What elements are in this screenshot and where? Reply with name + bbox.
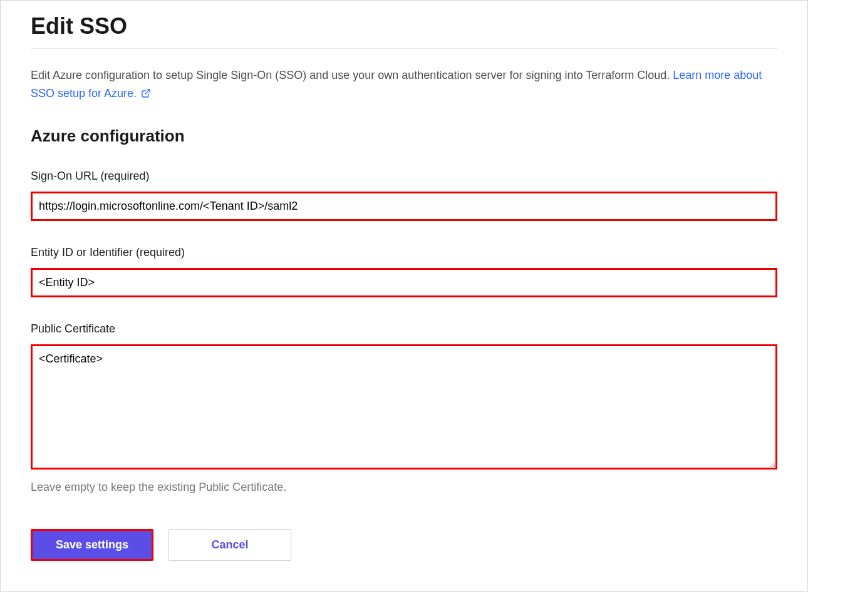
entity-id-label: Entity ID or Identifier (required) [31,246,777,259]
entity-id-field: Entity ID or Identifier (required) [31,246,777,297]
button-row: Save settings Cancel [31,529,777,561]
page-title: Edit SSO [31,13,777,39]
section-title: Azure configuration [31,126,777,146]
entity-id-input[interactable] [31,268,777,297]
sign-on-url-label: Sign-On URL (required) [31,170,777,183]
divider [31,48,777,49]
svg-line-0 [145,90,150,94]
page-description: Edit Azure configuration to setup Single… [31,66,777,104]
save-settings-button[interactable]: Save settings [31,529,153,561]
cancel-button[interactable]: Cancel [168,529,291,561]
public-cert-label: Public Certificate [31,322,777,336]
public-cert-field: Public Certificate <Certificate> Leave e… [31,322,777,494]
public-cert-textarea[interactable]: <Certificate> [31,344,777,470]
description-text: Edit Azure configuration to setup Single… [31,69,673,81]
sign-on-url-field: Sign-On URL (required) [31,170,777,221]
public-cert-help-text: Leave empty to keep the existing Public … [31,481,777,494]
edit-sso-panel: Edit SSO Edit Azure configuration to set… [0,0,808,592]
external-link-icon [141,86,151,104]
sign-on-url-input[interactable] [31,192,777,221]
